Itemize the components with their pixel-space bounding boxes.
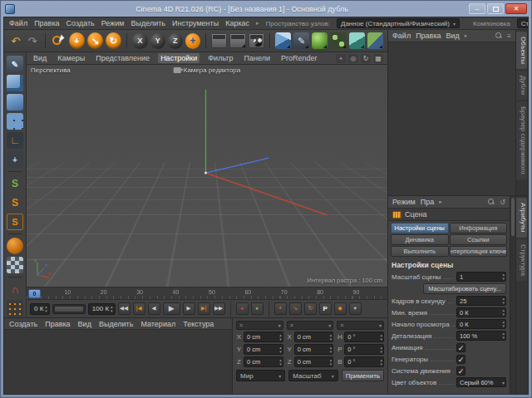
redo-button[interactable]: ↷ (25, 32, 39, 49)
node-space-select[interactable]: Данное (Стандартный/Физический) ▾ (337, 18, 460, 28)
live-selection-button[interactable] (51, 32, 66, 49)
camera-label[interactable]: Камера редактора (174, 66, 241, 74)
project-scale-field[interactable]: 1▴▾ (456, 272, 506, 282)
viewport-menu-display[interactable]: Представление (93, 53, 152, 63)
solo-single-icon[interactable]: S (7, 194, 23, 211)
stepper[interactable]: ▴▾ (502, 320, 505, 328)
preview-range-slider[interactable] (52, 304, 86, 314)
rot-p-field[interactable]: 0 °▴▾ (344, 344, 384, 355)
viewport-menu-view[interactable]: Вид (31, 53, 49, 63)
snap-icon[interactable]: ∩ (7, 281, 23, 297)
pos-x-field[interactable]: 0 cm▴▾ (244, 332, 283, 342)
coordinate-space-select[interactable]: Мир▾ (236, 370, 285, 381)
go-to-end-button[interactable]: ▶▶ (213, 302, 225, 315)
maximize-view-icon[interactable]: ▦ (373, 54, 383, 63)
material-menu-select[interactable]: Выделить (99, 320, 134, 328)
menu-overflow-icon[interactable]: ▸ (256, 20, 259, 27)
stepper[interactable]: ▴▾ (279, 346, 282, 354)
menu-create[interactable]: Создать (66, 19, 95, 27)
search-icon[interactable] (488, 199, 495, 205)
autokey-button[interactable]: ● (251, 302, 264, 315)
motion-system-checkbox[interactable]: ✓ (456, 366, 466, 376)
lod-field[interactable]: 100 %▴▾ (456, 331, 506, 341)
record-keyframe-button[interactable]: ● (236, 302, 249, 315)
tab-structure[interactable]: Структура (516, 239, 527, 281)
field-button[interactable] (367, 32, 383, 49)
key-parameter-button[interactable]: P (319, 302, 332, 315)
stepper[interactable]: ▴▾ (279, 333, 282, 341)
rotate-view-icon[interactable]: ↻ (361, 54, 371, 63)
stepper[interactable]: ▴▾ (502, 297, 505, 305)
size-y-field[interactable]: 0 cm▴▾ (294, 344, 334, 355)
menu-modes[interactable]: Режим (101, 19, 125, 27)
key-scale-button[interactable]: ↘ (289, 302, 302, 315)
subdivision-surface-button[interactable] (312, 32, 328, 49)
fps-field[interactable]: 25▴▾ (456, 296, 506, 306)
object-tree[interactable] (388, 42, 515, 195)
tab-content-browser[interactable]: Браузер содержимого (516, 101, 527, 179)
layout-select[interactable]: Стартовая ▾ (517, 18, 529, 28)
make-editable-icon[interactable]: ✎ (7, 56, 23, 72)
rot-h-field[interactable]: 0 °▴▾ (344, 332, 384, 342)
tab-takes[interactable]: Дубли (516, 71, 527, 100)
range-start-field[interactable]: 0 К ▴▾ (30, 303, 50, 315)
size-x-field[interactable]: 0 cm▴▾ (294, 332, 334, 342)
stepper[interactable]: ▴▾ (502, 273, 505, 281)
selected-object-row[interactable]: Сцена (388, 209, 510, 221)
move-tool-button[interactable]: + (69, 32, 85, 49)
size-column-select[interactable]: ≡▾ (287, 321, 334, 330)
model-mode-icon[interactable] (7, 75, 23, 91)
transform-mode-select[interactable]: Масштаб▾ (288, 370, 337, 381)
tab-project-settings[interactable]: Настройки сцены (391, 223, 449, 233)
pos-z-field[interactable]: 0 cm▴▾ (244, 356, 283, 367)
next-key-button[interactable]: ▶| (198, 302, 210, 315)
stepper[interactable]: ▴▾ (380, 358, 382, 366)
viewport-menu-filter[interactable]: Фильтр (205, 53, 235, 63)
stepper[interactable]: ▴▾ (330, 358, 332, 366)
object-color-select[interactable]: Серый 60%▾ (456, 377, 506, 387)
apply-button[interactable]: Применить (342, 370, 384, 381)
tab-dynamics[interactable]: Динамика (391, 234, 449, 245)
scale-project-button[interactable]: Масштабировать сцену... (423, 283, 506, 294)
minimize-button[interactable]: – (469, 3, 485, 14)
preview-start-field[interactable]: 0 К▴▾ (456, 319, 506, 329)
tab-key-interpolation[interactable]: Интерполяция ключей (450, 246, 508, 257)
pos-y-field[interactable]: 0 cm▴▾ (244, 344, 283, 355)
key-position-button[interactable]: + (274, 302, 287, 315)
material-menu-texture[interactable]: Текстура (183, 320, 214, 328)
axis-modification-icon[interactable]: + (7, 151, 23, 168)
material-menu-material[interactable]: Материал (140, 320, 175, 328)
solo-off-icon[interactable]: S (7, 175, 23, 192)
viewport-menu-cameras[interactable]: Камеры (55, 53, 87, 63)
menu-tools[interactable]: Инструменты (172, 19, 219, 27)
stepper[interactable]: ▴▾ (111, 305, 113, 313)
go-to-start-button[interactable]: ◀◀ (118, 302, 131, 315)
rot-b-field[interactable]: 0 °▴▾ (344, 356, 384, 367)
objects-menu-edit[interactable]: Правка (416, 32, 441, 40)
zoom-view-icon[interactable]: ◎ (348, 54, 358, 63)
key-rotation-button[interactable]: ↻ (304, 302, 317, 315)
scale-tool-button[interactable]: ↘ (87, 32, 103, 49)
material-menu-create[interactable]: Создать (9, 320, 37, 328)
attributes-menu-edit[interactable]: Пра (421, 198, 434, 206)
tab-references[interactable]: Ссылки (450, 234, 508, 245)
rotate-tool-button[interactable]: ↻ (106, 32, 121, 49)
viewport-3d[interactable]: Перспектива Камера редактора y x (27, 65, 387, 287)
undo-button[interactable]: ↶ (8, 32, 22, 49)
material-list-area[interactable] (4, 330, 232, 394)
array-mode-icon[interactable] (7, 113, 23, 130)
stepper[interactable]: ▴▾ (502, 332, 505, 340)
play-button[interactable]: ▶ (163, 302, 180, 315)
viewport-menu-panels[interactable]: Панели (242, 53, 273, 63)
objects-menu-view[interactable]: Вид (446, 32, 460, 40)
close-button[interactable]: ✕ (505, 3, 527, 14)
stepper[interactable]: ▴▾ (279, 358, 282, 366)
menu-edit[interactable]: Правка (34, 19, 59, 27)
attributes-scrollbar[interactable] (510, 196, 515, 394)
rotation-column-select[interactable]: ≡▾ (337, 321, 384, 330)
stepper[interactable]: ▴▾ (330, 346, 332, 354)
search-icon[interactable] (495, 32, 502, 39)
stepper[interactable]: ▴▾ (380, 333, 382, 341)
pan-view-icon[interactable]: + (336, 54, 346, 63)
titlebar[interactable]: Cinema 4D R21.026 (RC) - [Без названия 1… (3, 1, 529, 17)
